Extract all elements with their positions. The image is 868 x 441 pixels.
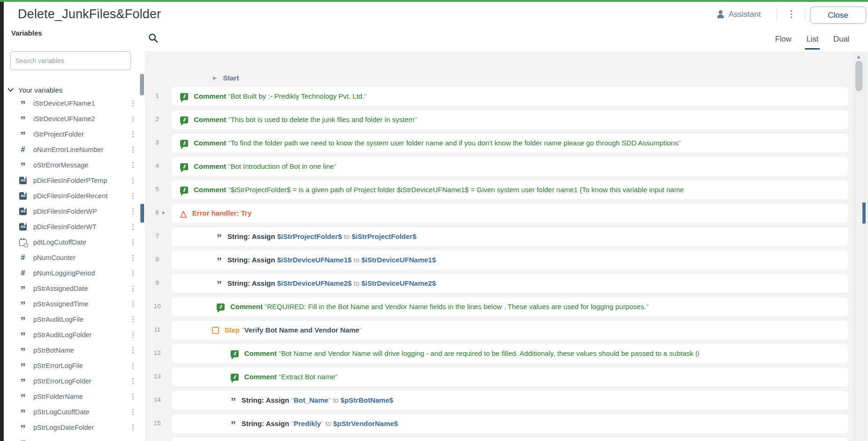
- variable-row[interactable]: ”pStrAssignedDate⋮: [4, 281, 145, 296]
- variable-menu-button[interactable]: ⋮: [128, 191, 139, 201]
- action-row-assign[interactable]: ”String: Assign $iStrDeviceUFName1$ to $…: [172, 251, 848, 269]
- search-icon[interactable]: [148, 33, 158, 43]
- action-row-assign[interactable]: ”String: Assign "Predikly" to $pStrVendo…: [172, 414, 848, 433]
- variable-row[interactable]: ”pStrErrorLogFile⋮: [4, 358, 145, 373]
- selected-row-marker: [862, 202, 866, 224]
- variable-row[interactable]: ”pStrAuditLogFolder⋮: [4, 327, 145, 342]
- assistant-button[interactable]: Assistant: [717, 8, 761, 21]
- list-scrollbar-thumb[interactable]: [855, 61, 862, 91]
- variable-menu-button[interactable]: ⋮: [128, 376, 139, 386]
- start-caret-icon: ▶: [213, 75, 217, 81]
- variable-menu-button[interactable]: ⋮: [128, 314, 139, 325]
- variable-menu-button[interactable]: ⋮: [128, 160, 139, 170]
- string-icon: ”: [21, 349, 26, 354]
- variable-name: pStrAssignedDate: [33, 285, 88, 292]
- tab-dual[interactable]: Dual: [832, 35, 851, 50]
- variable-menu-button[interactable]: ⋮: [128, 391, 139, 402]
- variable-row[interactable]: pdtLogCutoffDate⋮: [4, 234, 145, 250]
- variable-row[interactable]: ”pStrLogsDateFolder⋮: [4, 419, 145, 435]
- variable-type-icon-string: ”: [17, 363, 29, 368]
- variable-menu-button[interactable]: ⋮: [128, 222, 139, 232]
- variable-row[interactable]: AapDicFilesInFolderRecent⋮: [4, 188, 145, 203]
- variable-menu-button[interactable]: ⋮: [128, 129, 139, 139]
- variable-row[interactable]: ”oStrErrorMessage⋮: [4, 157, 145, 173]
- action-row-assign[interactable]: ”String: Assign "Bot_Name" to $pStrBotNa…: [172, 391, 848, 410]
- variable-row[interactable]: AapDicFilesInFolderWT⋮: [4, 219, 145, 234]
- variable-row[interactable]: ”pStrFolderName⋮: [4, 389, 145, 404]
- action-text-segment: ": [334, 162, 336, 170]
- tab-list[interactable]: List: [805, 35, 820, 50]
- variable-menu-button[interactable]: ⋮: [128, 237, 139, 247]
- action-text-segment: String: Assign: [227, 232, 277, 240]
- action-text-segment: Comment: [194, 186, 228, 194]
- line-number: 15: [145, 419, 169, 427]
- variable-name: pStrErrorLogFolder: [33, 377, 91, 385]
- variable-row[interactable]: ”iStrDeviceUFName2⋮: [4, 111, 145, 126]
- variable-row[interactable]: AapDicFilesInFolderPTemp⋮: [4, 173, 145, 188]
- more-options-button[interactable]: ⋮: [783, 8, 800, 20]
- variable-menu-button[interactable]: ⋮: [128, 206, 139, 217]
- assistant-label: Assistant: [729, 10, 761, 19]
- scrollbar-up-icon[interactable]: ▲: [856, 53, 861, 60]
- action-row-comment[interactable]: //Comment "Bot Name and Vendor Name will…: [172, 344, 848, 363]
- sidebar-scrollbar-thumb[interactable]: [140, 74, 144, 95]
- variable-menu-button[interactable]: ⋮: [128, 175, 139, 186]
- action-text-segment: Extract Bot name: [281, 373, 335, 381]
- action-row-comment[interactable]: //Comment "Bot Built by :- Predikly Tech…: [172, 87, 848, 106]
- variable-row[interactable]: ”iStrProjectFolder⋮: [4, 126, 145, 142]
- variable-row[interactable]: AapDicFilesInFolderWP⋮: [4, 203, 145, 219]
- action-row-step[interactable]: Step "Verify Bot Name and Vendor Name": [172, 321, 848, 340]
- variable-menu-button[interactable]: ⋮: [128, 145, 139, 155]
- string-icon: ”: [21, 118, 26, 123]
- variable-row[interactable]: ”pStrErrorLogFolder⋮: [4, 373, 145, 389]
- your-variables-label: Your variables: [18, 86, 63, 94]
- variable-menu-button[interactable]: ⋮: [128, 253, 139, 263]
- variable-row[interactable]: ”: [4, 435, 145, 441]
- list-scrollbar[interactable]: [853, 52, 865, 441]
- variable-row[interactable]: ”pStrAuditLogFile⋮: [4, 311, 145, 327]
- line-number: 14: [145, 396, 169, 403]
- line-number: 13: [145, 373, 169, 380]
- line-number: 6: [145, 209, 169, 216]
- variable-menu-button[interactable]: ⋮: [128, 114, 139, 124]
- tab-flow[interactable]: Flow: [774, 35, 793, 50]
- variable-search-input[interactable]: [10, 51, 131, 70]
- variable-row[interactable]: #pNumCounter⋮: [4, 250, 145, 265]
- start-node[interactable]: ▶ Start: [213, 72, 239, 83]
- variable-menu-button[interactable]: ⋮: [128, 330, 139, 340]
- your-variables-toggle[interactable]: Your variables: [7, 85, 63, 95]
- variable-menu-button[interactable]: ⋮: [128, 407, 139, 417]
- action-text-segment: ": [646, 303, 649, 311]
- action-text-segment: Comment: [194, 139, 228, 147]
- variable-row[interactable]: ”pStrAssignedTime⋮: [4, 296, 145, 311]
- action-row-comment[interactable]: //Comment "Extract Bot name": [172, 368, 848, 386]
- variable-menu-button[interactable]: ⋮: [128, 268, 139, 278]
- action-row-assign[interactable]: ”String: Assign $iStrProjectFolder$ to $…: [172, 227, 848, 246]
- variable-row[interactable]: ”iStrDeviceUFName1⋮: [4, 95, 145, 111]
- variable-menu-button[interactable]: ⋮: [128, 422, 139, 433]
- variable-menu-button[interactable]: ⋮: [128, 98, 139, 108]
- action-row-error[interactable]: △Error handler: Try: [172, 204, 848, 223]
- variable-row[interactable]: #oNumErrorLineNumber⋮: [4, 142, 145, 157]
- number-icon: #: [21, 269, 25, 277]
- variable-menu-button[interactable]: ⋮: [128, 283, 139, 294]
- variable-row[interactable]: ”pStrBotName⋮: [4, 342, 145, 358]
- assign-icon: ”: [217, 236, 222, 240]
- action-row-comment[interactable]: //Comment "Bot Introduction of Bot in on…: [172, 157, 848, 176]
- line-number: 11: [145, 326, 169, 333]
- variable-menu-button[interactable]: ⋮: [128, 361, 139, 371]
- variable-row[interactable]: ”pStrLogCutoffDate⋮: [4, 404, 145, 419]
- action-row-assign[interactable]: ”String: Assign $iStrDeviceUFName2$ to $…: [172, 274, 848, 293]
- action-row-comment[interactable]: //Comment "This bot is used to delete th…: [172, 110, 848, 129]
- action-row-comment[interactable]: //Comment "$iStrProjectFolder$ = is a gi…: [172, 181, 848, 199]
- variable-row[interactable]: #pNumLoggingPeriod⋮: [4, 265, 145, 281]
- collapse-caret-icon[interactable]: ▾: [162, 210, 165, 216]
- action-row-comment[interactable]: //Comment "REQUIRED: Fill in the Bot Nam…: [172, 297, 848, 316]
- variable-type-icon-datetime: [17, 239, 29, 246]
- action-row-if[interactable]: △If $pStrBotName$ equal to $pStrNull$ or…: [172, 438, 848, 441]
- kebab-icon: ⋮: [787, 9, 796, 19]
- variable-menu-button[interactable]: ⋮: [128, 299, 139, 309]
- action-row-comment[interactable]: //Comment "To find the folder path we ne…: [172, 134, 848, 152]
- close-button[interactable]: Close: [810, 7, 866, 24]
- variable-menu-button[interactable]: ⋮: [128, 345, 139, 355]
